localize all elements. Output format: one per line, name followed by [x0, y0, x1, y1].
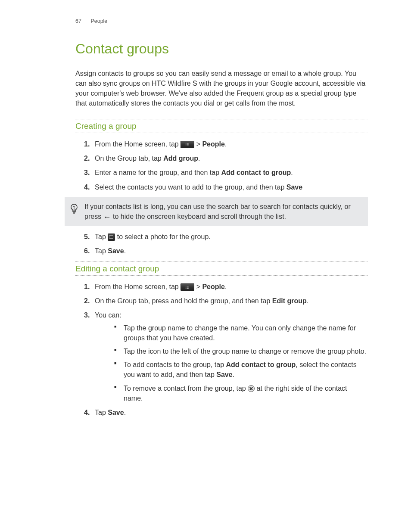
bullet-item: To remove a contact from the group, tap …: [114, 383, 368, 403]
step-item: 3. Enter a name for the group, and then …: [84, 168, 368, 177]
step-text: On the Group tab, press and hold the gro…: [95, 297, 272, 305]
step-item: 6. Tap Save.: [84, 246, 368, 256]
step-bold: People: [202, 283, 224, 290]
apps-grid-icon: [181, 283, 194, 291]
step-bold: Save: [108, 409, 124, 416]
step-bold: Add contact to group: [221, 169, 291, 176]
step-bold: Save: [108, 247, 124, 255]
editing-group-steps: 1. From the Home screen, tap > People. 2…: [84, 282, 368, 417]
step-bold: Edit group: [272, 297, 307, 305]
step-text: Tap: [95, 247, 108, 255]
step-text: Tap: [95, 409, 108, 416]
lightbulb-icon: [70, 203, 78, 218]
step-text: >: [194, 140, 202, 148]
step-text: Tap: [95, 233, 108, 240]
tip-text: If your contacts list is long, you can u…: [84, 202, 363, 221]
step-text: .: [225, 283, 227, 290]
intro-paragraph: Assign contacts to groups so you can eas…: [75, 68, 368, 109]
page-header: 67 People: [75, 17, 368, 25]
section-creating-group-title: Creating a group: [75, 119, 368, 134]
step-text: .: [307, 297, 308, 305]
section-editing-group-title: Editing a contact group: [75, 261, 368, 276]
step-text: From the Home screen, tap: [95, 140, 181, 148]
back-arrow-icon: ←: [103, 213, 111, 221]
step-item: 1. From the Home screen, tap > People.: [84, 139, 368, 149]
bullet-item: Tap the icon to the left of the group na…: [114, 346, 368, 356]
step-text: >: [194, 283, 202, 290]
step-bold: Save: [286, 184, 302, 191]
step-text: .: [124, 409, 126, 416]
step-text: You can:: [95, 311, 121, 319]
step-item: 4. Tap Save.: [84, 408, 368, 417]
creating-group-steps-cont: 5. Tap to select a photo for the group. …: [84, 232, 368, 256]
step-bold: People: [202, 140, 224, 148]
step-text: From the Home screen, tap: [95, 283, 181, 290]
step-text: .: [124, 247, 126, 255]
step-bold: Add group: [163, 155, 198, 162]
step-text: .: [198, 155, 200, 162]
step-item: 2. On the Group tab, tap Add group.: [84, 153, 368, 163]
step-text: On the Group tab, tap: [95, 155, 163, 162]
page-title: Contact groups: [75, 38, 368, 59]
step-item: 5. Tap to select a photo for the group.: [84, 232, 368, 242]
apps-grid-icon: [181, 141, 194, 148]
sub-bullets: Tap the group name to change the name. Y…: [114, 323, 368, 403]
step-item: 1. From the Home screen, tap > People.: [84, 282, 368, 292]
photo-frame-icon: [108, 233, 115, 241]
page-number: 67: [75, 18, 81, 24]
step-text: Enter a name for the group, and then tap: [95, 169, 221, 176]
step-text: .: [225, 140, 227, 148]
step-item: 4. Select the contacts you want to add t…: [84, 182, 368, 192]
bullet-item: Tap the group name to change the name. Y…: [114, 323, 368, 343]
close-x-icon: [248, 385, 255, 392]
tip-box: If your contacts list is long, you can u…: [65, 197, 368, 226]
section-name: People: [90, 18, 107, 24]
step-text: to select a photo for the group.: [115, 233, 210, 240]
creating-group-steps: 1. From the Home screen, tap > People. 2…: [84, 139, 368, 192]
step-item: 3. You can: Tap the group name to change…: [84, 310, 368, 403]
step-item: 2. On the Group tab, press and hold the …: [84, 296, 368, 306]
step-text: .: [291, 169, 293, 176]
step-text: Select the contacts you want to add to t…: [95, 184, 286, 191]
bullet-item: To add contacts to the group, tap Add co…: [114, 360, 368, 380]
